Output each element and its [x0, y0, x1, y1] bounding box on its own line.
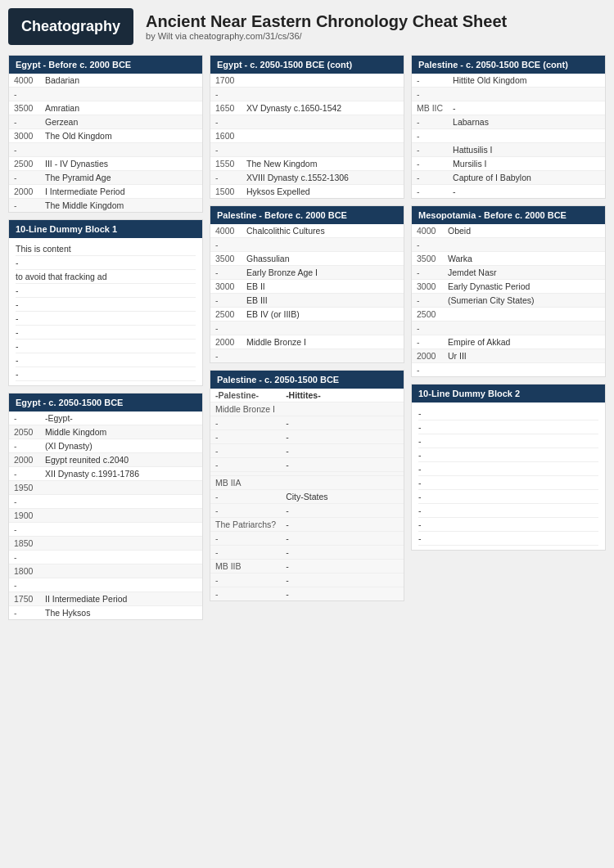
year-cell: 1900 — [9, 509, 40, 523]
col-hit-cell — [281, 476, 404, 490]
table-row: MB IIB- — [210, 560, 404, 573]
table-row: -City-States — [210, 490, 404, 504]
year-cell: - — [210, 294, 242, 308]
label-cell: I Intermediate Period — [40, 185, 202, 199]
dummy-line: - — [16, 284, 196, 298]
year-cell: - — [412, 171, 448, 185]
table-row: -- — [210, 587, 404, 601]
section-palestine-before-2000: Palestine - Before c. 2000 BCE4000Chalco… — [210, 205, 404, 363]
year-cell: 1700 — [210, 74, 242, 88]
table-row: 1550The New Kingdom — [210, 157, 404, 171]
label-cell — [40, 564, 202, 578]
year-cell: - — [412, 143, 448, 157]
dummy-line: - — [418, 407, 598, 421]
col-pal-cell: - — [210, 587, 281, 601]
label-cell: Capture of I Babylon — [448, 171, 605, 185]
year-cell: 3500 — [9, 101, 40, 115]
label-cell — [40, 551, 202, 564]
label-cell — [40, 578, 202, 592]
dummy-line: - — [418, 434, 598, 448]
col-pal-cell: MB IIA — [210, 476, 281, 490]
year-cell: - — [9, 199, 40, 213]
table-row: 2000Ur III — [412, 349, 605, 363]
label-cell: Amratian — [40, 101, 202, 115]
col-hit-cell: - — [281, 444, 404, 458]
table-row: -EB III — [210, 294, 404, 308]
dummy-line: to avoid that fracking ad — [16, 270, 196, 284]
table-row: 2500III - IV Dynasties — [9, 157, 202, 171]
page-subtitle: by Wilt via cheatography.com/31/cs/36/ — [146, 31, 507, 41]
table-row: - — [9, 143, 202, 157]
table-row: - — [412, 363, 605, 377]
label-cell — [242, 74, 404, 88]
table-row: - — [9, 523, 202, 537]
table-row: 4000Obeid — [412, 224, 605, 238]
table-row: -- — [210, 458, 404, 472]
table-row: -Labarnas — [412, 115, 605, 129]
label-cell: The Middle Kingdom — [40, 199, 202, 213]
section-dummy2: 10-Line Dummy Block 2---------- — [411, 384, 606, 551]
year-cell: 1650 — [210, 101, 242, 115]
table-row: -- — [210, 504, 404, 518]
table-row: - — [9, 495, 202, 509]
col-pal-cell: - — [210, 573, 281, 587]
label-cell: XV Dynasty c.1650-1542 — [242, 101, 404, 115]
year-cell: 2000 — [412, 349, 443, 363]
table-row: - — [210, 349, 404, 363]
table-row: -Hattusilis I — [412, 143, 605, 157]
year-cell: - — [412, 363, 443, 377]
table-row: 4000Badarian — [9, 74, 202, 88]
table-row: -XII Dynasty c.1991-1786 — [9, 467, 202, 481]
label-cell: Ur III — [443, 349, 605, 363]
section-header-egypt-cont: Egypt - c. 2050-1500 BCE (cont) — [210, 56, 404, 74]
section-header-egypt-2050-1500: Egypt - c. 2050-1500 BCE — [9, 394, 202, 412]
year-cell: 2500 — [9, 157, 40, 171]
dummy-content-dummy2: ---------- — [412, 403, 605, 550]
year-cell: - — [9, 551, 40, 564]
column-3: Palestine - c. 2050-1500 BCE (cont)-Hitt… — [411, 55, 606, 620]
table-row: 3500Ghassulian — [210, 252, 404, 266]
label-cell: - — [448, 185, 605, 199]
col-pal-cell: - — [210, 546, 281, 560]
year-cell: 3000 — [9, 129, 40, 143]
col-pal-cell: - — [210, 490, 281, 504]
year-cell: 3500 — [210, 252, 242, 266]
label-cell — [443, 308, 605, 322]
year-cell: - — [9, 578, 40, 592]
label-cell — [448, 129, 605, 143]
dummy-line: - — [418, 421, 598, 434]
table-row: -- — [210, 532, 404, 546]
label-cell — [242, 129, 404, 143]
year-cell: - — [210, 322, 242, 335]
label-cell: Hyksos Expelled — [242, 185, 404, 199]
dummy-line: - — [16, 256, 196, 270]
table-row: - — [210, 115, 404, 129]
label-cell: -Egypt- — [40, 412, 202, 425]
year-cell: - — [9, 523, 40, 537]
year-cell: 1950 — [9, 481, 40, 495]
label-cell: Hittite Old Kingdom — [448, 74, 605, 88]
dummy-content-dummy1: This is content-to avoid that fracking a… — [9, 238, 202, 385]
table-row: - — [9, 88, 202, 101]
label-cell: Mursilis I — [448, 157, 605, 171]
col-hit-cell: - — [281, 416, 404, 430]
page: Cheatography Ancient Near Eastern Chrono… — [8, 8, 606, 620]
table-row: The Patriarchs?- — [210, 518, 404, 532]
year-cell: - — [9, 171, 40, 185]
section-header-dummy2: 10-Line Dummy Block 2 — [412, 385, 605, 403]
section-header-dummy1: 10-Line Dummy Block 1 — [9, 220, 202, 238]
col-pal-cell: - — [210, 444, 281, 458]
label-cell: Hattusilis I — [448, 143, 605, 157]
section-palestine-cont: Palestine - c. 2050-1500 BCE (cont)-Hitt… — [411, 55, 606, 199]
year-cell: - — [210, 349, 242, 363]
year-cell: - — [210, 266, 242, 280]
label-cell: Gerzean — [40, 115, 202, 129]
table-row: 2000I Intermediate Period — [9, 185, 202, 199]
year-cell: - — [210, 88, 242, 101]
table-row: -The Pyramid Age — [9, 171, 202, 185]
col-hit-cell: - — [281, 458, 404, 472]
table-row: - — [412, 129, 605, 143]
dummy-line: - — [418, 490, 598, 504]
label-cell: Ghassulian — [242, 252, 404, 266]
table-row: 1950 — [9, 481, 202, 495]
